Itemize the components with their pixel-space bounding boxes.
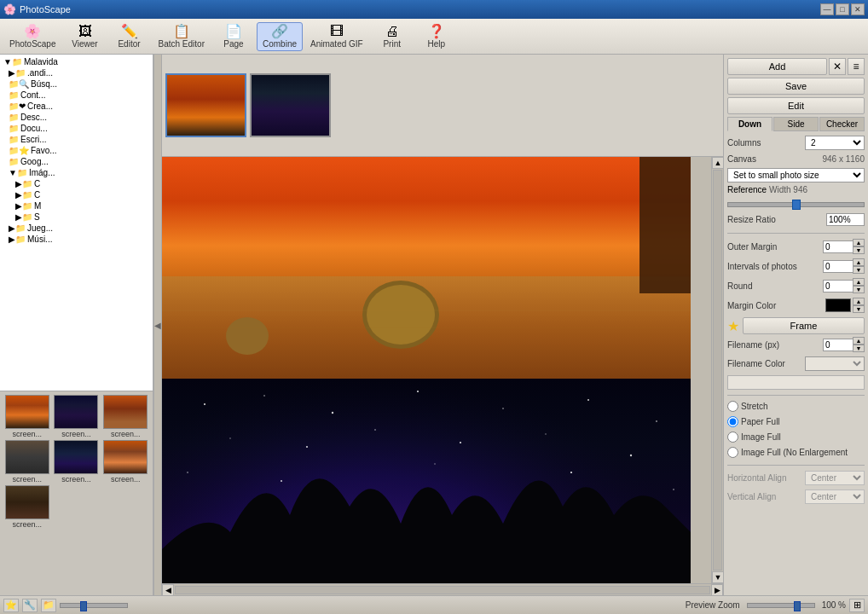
tree-item-c2[interactable]: ▶📁 C: [2, 189, 151, 200]
toolbar-batch-button[interactable]: 📋Batch Editor: [153, 22, 211, 51]
image-full-no-enlarge-radio[interactable]: [727, 447, 738, 458]
top-thumb-1[interactable]: [165, 73, 246, 137]
filename-color-select[interactable]: [805, 356, 865, 371]
toolbar-btn-3[interactable]: 📁: [41, 599, 56, 612]
tree-item-docu[interactable]: 📁 Docu...: [2, 123, 151, 134]
tree-item-imag[interactable]: ▼📁 Imág...: [2, 167, 151, 178]
thumbnail-3[interactable]: screen...: [101, 395, 149, 438]
tab-side[interactable]: Side: [773, 117, 819, 131]
tree-item-desc[interactable]: 📁 Desc...: [2, 112, 151, 123]
outer-margin-down[interactable]: ▼: [853, 246, 865, 254]
zoom-slider-thumb[interactable]: [80, 601, 87, 611]
margin-color-swatch[interactable]: [825, 298, 851, 312]
toolbar-viewer-button[interactable]: 🖼Viewer: [64, 22, 107, 51]
tree-item-m[interactable]: ▶📁 M: [2, 200, 151, 211]
margin-color-down[interactable]: ▼: [853, 305, 865, 313]
zoom-slider-track[interactable]: [60, 603, 128, 608]
close-button[interactable]: ✕: [851, 3, 865, 15]
tree-item-andi[interactable]: ▶📁 .andi...: [2, 67, 151, 78]
editor-label: Editor: [118, 39, 140, 49]
maximize-button[interactable]: □: [836, 3, 849, 15]
frame-button[interactable]: Frame: [743, 317, 865, 334]
save-button[interactable]: Save: [727, 78, 865, 95]
thumbnail-2[interactable]: screen...: [53, 395, 101, 438]
toolbar-btn-2[interactable]: 🔧: [22, 599, 38, 612]
thumbnail-1[interactable]: screen...: [3, 395, 51, 438]
paper-full-radio-row: Paper Full: [727, 416, 865, 427]
menu-icon[interactable]: ≡: [848, 58, 865, 75]
star-icon[interactable]: ★: [727, 318, 739, 334]
tree-item-favo[interactable]: 📁⭐ Favo...: [2, 145, 151, 156]
tab-checker[interactable]: Checker: [819, 117, 865, 131]
tree-item-s[interactable]: ▶📁 S: [2, 211, 151, 223]
tree-item-malavida[interactable]: ▼📁 Malavida: [2, 56, 151, 67]
filename-text-input[interactable]: [727, 375, 865, 390]
tree-item-crea[interactable]: 📁❤ Crea...: [2, 101, 151, 112]
minimize-button[interactable]: —: [820, 3, 834, 15]
canvas-content[interactable]: [162, 157, 711, 583]
close-icon[interactable]: ✕: [829, 58, 846, 75]
print-icon: 🖨: [385, 25, 399, 38]
vscroll-down-button[interactable]: ▼: [712, 571, 723, 583]
folder-icon: ▶📁: [15, 179, 32, 188]
canvas-image-top: [162, 157, 691, 379]
tree-item-busq[interactable]: 📁🔍 Búsq...: [2, 78, 151, 90]
resize-ratio-input[interactable]: [826, 213, 865, 226]
hscroll-track[interactable]: [175, 586, 710, 594]
round-up[interactable]: ▲: [853, 278, 865, 286]
tab-down[interactable]: Down: [727, 117, 773, 131]
intervals-down[interactable]: ▼: [853, 266, 865, 274]
fullscreen-button[interactable]: ⊞: [849, 599, 865, 612]
tree-item-musi[interactable]: ▶📁 Músi...: [2, 234, 151, 245]
toolbar-editor-button[interactable]: ✏️Editor: [108, 22, 151, 51]
vscroll-track[interactable]: [713, 170, 722, 571]
vertical-align-select[interactable]: Center Top Bottom: [805, 489, 865, 504]
filename-px-input[interactable]: [823, 339, 853, 351]
intervals-input[interactable]: [823, 260, 853, 273]
preview-zoom-slider-thumb[interactable]: [794, 601, 801, 611]
tree-item-goog[interactable]: 📁 Goog...: [2, 156, 151, 167]
paper-full-radio[interactable]: [727, 416, 738, 427]
thumbnail-7[interactable]: screen...: [3, 485, 51, 529]
toolbar-help-button[interactable]: ❓Help: [415, 22, 458, 51]
toolbar-print-button[interactable]: 🖨Print: [371, 22, 414, 51]
toolbar-page-button[interactable]: 📄Page: [212, 22, 255, 51]
paper-full-label: Paper Full: [741, 417, 780, 426]
vscroll-up-button[interactable]: ▲: [712, 157, 723, 169]
stretch-radio[interactable]: [727, 401, 738, 412]
panel-toggle[interactable]: ◀: [153, 55, 162, 595]
tree-item-jueg[interactable]: ▶📁 Jueg...: [2, 223, 151, 234]
tree-item-escri[interactable]: 📁 Escri...: [2, 134, 151, 145]
toolbar-gif-button[interactable]: 🎞Animated GIF: [304, 22, 369, 51]
svg-point-26: [570, 472, 572, 473]
width-slider[interactable]: [727, 202, 865, 207]
horizontal-align-select[interactable]: Center Left Right: [805, 471, 865, 485]
toolbar-combine-button[interactable]: 🔗Combine: [257, 22, 303, 51]
outer-margin-input[interactable]: [823, 240, 853, 253]
round-down[interactable]: ▼: [853, 286, 865, 293]
columns-select[interactable]: 2 3 4: [805, 136, 865, 150]
add-button[interactable]: Add: [727, 58, 827, 75]
tree-item-c1[interactable]: ▶📁 C: [2, 178, 151, 189]
image-full-radio[interactable]: [727, 432, 738, 443]
round-input[interactable]: [823, 280, 853, 293]
thumbnail-6[interactable]: screen...: [101, 440, 149, 484]
hscroll-left-button[interactable]: ◀: [162, 584, 174, 596]
intervals-up[interactable]: ▲: [853, 258, 865, 266]
filename-px-down[interactable]: ▼: [853, 345, 865, 352]
hscroll-right-button[interactable]: ▶: [711, 584, 723, 596]
top-thumb-2[interactable]: [250, 73, 331, 137]
thumbnail-panel: screen... screen... screen... screen... …: [0, 391, 153, 595]
tree-label: Desc...: [20, 113, 47, 122]
filename-px-up[interactable]: ▲: [853, 337, 865, 345]
toolbar-btn-1[interactable]: ⭐: [3, 599, 19, 612]
tree-item-cont[interactable]: 📁 Cont...: [2, 90, 151, 101]
thumbnail-5[interactable]: screen...: [53, 440, 101, 484]
margin-color-up[interactable]: ▲: [853, 298, 865, 305]
preview-zoom-slider-track[interactable]: [747, 603, 815, 608]
outer-margin-up[interactable]: ▲: [853, 239, 865, 246]
edit-button[interactable]: Edit: [727, 97, 865, 114]
toolbar-photoscape-button[interactable]: 🌸PhotoScape: [3, 22, 62, 51]
size-preset-select[interactable]: Set to small photo size: [727, 168, 865, 182]
thumbnail-4[interactable]: screen...: [3, 440, 51, 484]
